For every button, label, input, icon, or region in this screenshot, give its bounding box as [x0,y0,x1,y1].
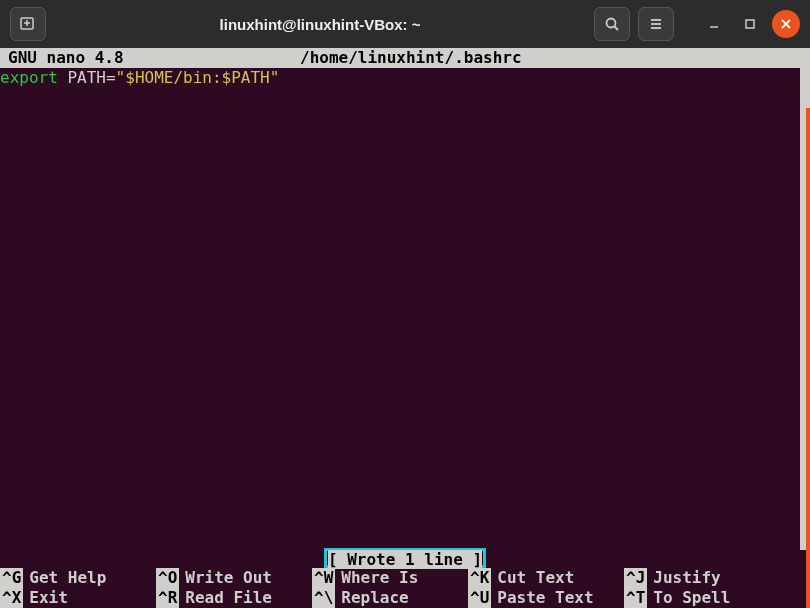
shortcut-exit[interactable]: ^X Exit [0,588,156,608]
shortcut-label: Paste Text [497,588,593,608]
maximize-button[interactable] [736,10,764,38]
syntax-string: "$HOME/bin:$PATH" [116,68,280,87]
nano-shortcut-bar: ^G Get Help ^O Write Out ^W Where Is ^K … [0,568,810,608]
close-icon [780,18,792,30]
shortcut-get-help[interactable]: ^G Get Help [0,568,156,588]
search-button[interactable] [594,7,630,41]
terminal-area[interactable]: GNU nano 4.8 /home/linuxhint/.bashrc exp… [0,48,810,608]
shortcut-label: Exit [29,588,68,608]
shortcut-key: ^J [624,568,647,588]
nano-header: GNU nano 4.8 /home/linuxhint/.bashrc [0,48,810,68]
nano-filename: /home/linuxhint/.bashrc [300,48,810,68]
search-icon [604,16,620,32]
syntax-keyword: export [0,68,67,87]
nano-version: GNU nano 4.8 [0,48,300,68]
shortcut-row-1: ^G Get Help ^O Write Out ^W Where Is ^K … [0,568,810,588]
shortcut-key: ^W [312,568,335,588]
svg-line-4 [615,27,619,31]
status-message: [ Wrote 1 line ] [324,548,486,568]
minimize-icon [708,18,720,30]
shortcut-cut-text[interactable]: ^K Cut Text [468,568,624,588]
shortcut-key: ^G [0,568,23,588]
syntax-var: PATH= [67,68,115,87]
svg-rect-9 [746,20,754,28]
shortcut-label: To Spell [653,588,730,608]
shortcut-key: ^R [156,588,179,608]
shortcut-label: Get Help [29,568,106,588]
maximize-icon [744,18,756,30]
shortcut-read-file[interactable]: ^R Read File [156,588,312,608]
outer-scrollbar[interactable] [806,108,810,608]
shortcut-key: ^T [624,588,647,608]
shortcut-key: ^K [468,568,491,588]
shortcut-write-out[interactable]: ^O Write Out [156,568,312,588]
shortcut-row-2: ^X Exit ^R Read File ^\ Replace ^U Paste… [0,588,810,608]
svg-point-3 [607,19,616,28]
window-title: linuxhint@linuxhint-VBox: ~ [52,16,588,33]
terminal-window: linuxhint@linuxhint-VBox: ~ [0,0,810,608]
titlebar-right [594,7,800,41]
shortcut-replace[interactable]: ^\ Replace [312,588,468,608]
new-tab-icon [19,15,37,33]
shortcut-paste-text[interactable]: ^U Paste Text [468,588,624,608]
shortcut-label: Replace [341,588,408,608]
hamburger-icon [648,16,664,32]
nano-status-line: [ Wrote 1 line ] [0,548,810,568]
shortcut-key: ^U [468,588,491,608]
close-button[interactable] [772,10,800,38]
shortcut-label: Justify [653,568,720,588]
new-tab-button[interactable] [10,7,46,41]
shortcut-label: Read File [185,588,272,608]
shortcut-to-spell[interactable]: ^T To Spell [624,588,780,608]
menu-button[interactable] [638,7,674,41]
shortcut-key: ^O [156,568,179,588]
shortcut-key: ^\ [312,588,335,608]
shortcut-label: Where Is [341,568,418,588]
shortcut-label: Cut Text [497,568,574,588]
titlebar-left [10,7,46,41]
window-titlebar: linuxhint@linuxhint-VBox: ~ [0,0,810,48]
shortcut-key: ^X [0,588,23,608]
shortcut-where-is[interactable]: ^W Where Is [312,568,468,588]
minimize-button[interactable] [700,10,728,38]
editor-content[interactable]: export PATH="$HOME/bin:$PATH" [0,68,810,88]
shortcut-label: Write Out [185,568,272,588]
shortcut-justify[interactable]: ^J Justify [624,568,780,588]
